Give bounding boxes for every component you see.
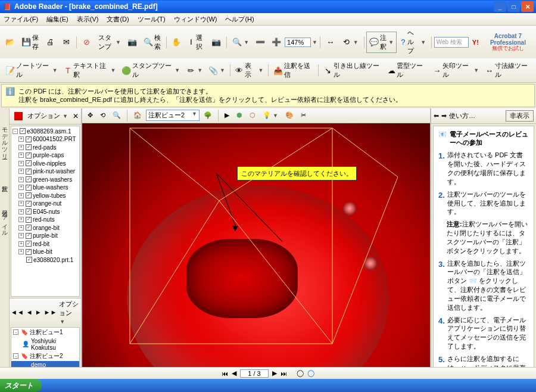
select-tool[interactable]: Ⅰ選択	[185, 32, 208, 53]
tree-item[interactable]: +✓orange-nut	[13, 200, 78, 208]
zoom-value[interactable]: 147%	[285, 38, 311, 47]
fit-button[interactable]: ↔	[323, 36, 338, 49]
callout-box[interactable]: このマテリアルを確認してください。	[237, 166, 357, 181]
tree-item[interactable]: +✓pink-nut-washer	[13, 167, 78, 176]
maximize-button[interactable]: □	[507, 1, 520, 12]
tree-item[interactable]: +✓olive-nipples	[13, 160, 78, 168]
render-cube[interactable]: ⬢	[233, 110, 245, 121]
tree-item[interactable]: +✓red-bit	[13, 240, 78, 248]
show-button[interactable]: 👁表示▼	[232, 60, 266, 81]
first-page[interactable]: ⏮	[222, 370, 228, 377]
view1[interactable]: -🔖注釈ビュー1	[11, 328, 79, 337]
stamp-tool[interactable]: 🟢スタンプツール▼	[119, 60, 183, 81]
attach-tool[interactable]: 📎▼	[205, 64, 228, 77]
dimension-tool[interactable]: ↔寸法線ツール	[482, 60, 534, 81]
views-options[interactable]: オプション ▼	[59, 300, 80, 325]
view2[interactable]: -🔖注釈ビュー2	[11, 351, 79, 361]
search-button[interactable]: 🔍検索	[141, 32, 164, 53]
nav-fwd[interactable]: ◯	[307, 369, 314, 377]
web-search-input[interactable]: Web 検索	[434, 37, 469, 48]
annot-button[interactable]: 💬注釈▼	[366, 32, 397, 53]
tree-item[interactable]: +✓red-nuts	[13, 216, 78, 224]
light-button[interactable]: 💡▼	[260, 110, 281, 121]
menu-tools[interactable]: ツール(T)	[138, 15, 166, 24]
bgcolor-button[interactable]: 🎨	[282, 110, 297, 121]
stop-button[interactable]: ⊘	[79, 36, 95, 49]
tree-item[interactable]: +✓purple-bit	[13, 232, 78, 240]
tree-item[interactable]: +✓E045-nuts	[13, 208, 78, 216]
view-fwd[interactable]: ►	[35, 309, 42, 316]
model-tree[interactable]: -✓e3088269.asm.1+✓600041502.PRT+✓red-pad…	[11, 126, 80, 297]
wireframe-cube[interactable]: ⬡	[247, 110, 258, 121]
page-indicator[interactable]: 1 / 3	[240, 369, 268, 378]
rotate3d-tool[interactable]: ⟲	[97, 110, 108, 121]
tab-comments[interactable]: 注釈	[0, 177, 10, 185]
view-prev[interactable]: ◄◄	[11, 309, 24, 316]
rotate-button[interactable]: ⟲▼	[339, 36, 362, 49]
menu-file[interactable]: ファイル(F)	[4, 15, 38, 24]
tree-item[interactable]: +✓600041502.PRT	[13, 135, 78, 144]
send-annot-button[interactable]: 📤注釈を送信	[270, 60, 316, 81]
last-page[interactable]: ⏭	[281, 370, 287, 377]
stamp-button[interactable]: スタンプ▼	[95, 32, 124, 53]
yahoo-button[interactable]: Y!	[469, 37, 482, 48]
howto-fwd[interactable]: ➡	[441, 112, 447, 120]
cloud-tool[interactable]: ☁雲型ツール	[384, 60, 430, 81]
tree-item[interactable]: +✓orange-bit	[13, 224, 78, 232]
view-next[interactable]: ►►	[44, 309, 57, 316]
3d-viewport[interactable]: このマテリアルを確認してください。	[82, 123, 430, 392]
zoom-in-button[interactable]: ➕	[269, 36, 284, 49]
hide-panel-button[interactable]: 非表示	[506, 110, 534, 122]
email-button[interactable]: ✉	[58, 36, 74, 49]
close-button[interactable]: ✕	[521, 1, 534, 12]
home-view[interactable]: 🏠	[130, 110, 145, 121]
menu-edit[interactable]: 編集(E)	[46, 15, 68, 24]
menu-document[interactable]: 文書(D)	[107, 15, 129, 24]
tree-item[interactable]: +✓purple-caps	[13, 151, 78, 160]
start-button[interactable]: スタート	[0, 379, 42, 392]
tree-item[interactable]: +✓blue-bit	[13, 248, 78, 256]
nav-back[interactable]: ◯	[297, 369, 304, 377]
tree-close-button[interactable]: ✕	[73, 112, 79, 120]
leader-tool[interactable]: ↘引き出し線ツール	[320, 60, 384, 81]
prev-page[interactable]: ◀	[232, 369, 236, 377]
pan-tool[interactable]: ✥	[85, 110, 96, 121]
tree-item[interactable]: +✓yellow-tubes	[13, 192, 78, 200]
open-button[interactable]: 📂	[2, 36, 18, 49]
tab-model-tree[interactable]: モデルツリー	[0, 119, 10, 160]
view-select[interactable]: 注釈ビュー2 ▼	[146, 110, 200, 121]
zoom3d-tool[interactable]: 🔍	[110, 110, 124, 121]
save-button[interactable]: 💾保存	[18, 32, 42, 53]
tree-item[interactable]: -✓e3088269.asm.1	[13, 127, 78, 136]
section-button[interactable]: ✂	[298, 110, 309, 121]
play-button[interactable]: ▶	[222, 110, 232, 121]
tree-item[interactable]: ✓e3088020.prt.1	[13, 256, 78, 265]
minimize-button[interactable]: _	[494, 1, 506, 12]
help-button[interactable]: ?ヘルプ▼	[397, 27, 429, 57]
hand-tool[interactable]: ✋	[169, 36, 184, 49]
camera-button[interactable]: 📷	[124, 36, 140, 49]
snapshot-tool[interactable]: 📷	[208, 36, 224, 49]
text-annot-tool[interactable]: Tテキスト注釈▼	[61, 60, 119, 81]
next-page[interactable]: ▶	[272, 369, 277, 377]
arrow-tool[interactable]: →矢印ツール▼	[430, 60, 482, 81]
highlight-tool[interactable]: ✏▼	[183, 64, 205, 77]
tab-attachments[interactable]: 添付ファイル	[0, 202, 10, 237]
view-back[interactable]: ◄	[26, 309, 33, 316]
print-button[interactable]: 🖨	[42, 36, 58, 49]
tree-toggle[interactable]: 🌳	[201, 110, 215, 121]
zoom-out-button[interactable]: ➖	[253, 36, 268, 49]
note-tool[interactable]: 📝ノートツール▼	[2, 60, 61, 81]
menu-help[interactable]: ヘルプ(H)	[225, 15, 254, 24]
zoom-tool[interactable]: 🔍▼	[229, 36, 252, 49]
zoom-dropdown[interactable]: ▼	[312, 39, 317, 45]
howto-back[interactable]: ⬅	[434, 112, 439, 120]
tree-item[interactable]: +✓green-washers	[13, 176, 78, 184]
acrobat-banner[interactable]: Acrobat 7 Professional 無償でお試し	[482, 32, 534, 53]
view1-user[interactable]: 👤 Yoshiyuki Koakutsu	[11, 337, 79, 351]
tree-options-button[interactable]: オプション ▼	[25, 111, 70, 121]
tree-item[interactable]: +✓red-pads	[13, 144, 78, 152]
tree-item[interactable]: +✓blue-washers	[13, 183, 78, 192]
menu-window[interactable]: ウィンドウ(W)	[174, 15, 217, 24]
menu-view[interactable]: 表示(V)	[77, 15, 99, 24]
